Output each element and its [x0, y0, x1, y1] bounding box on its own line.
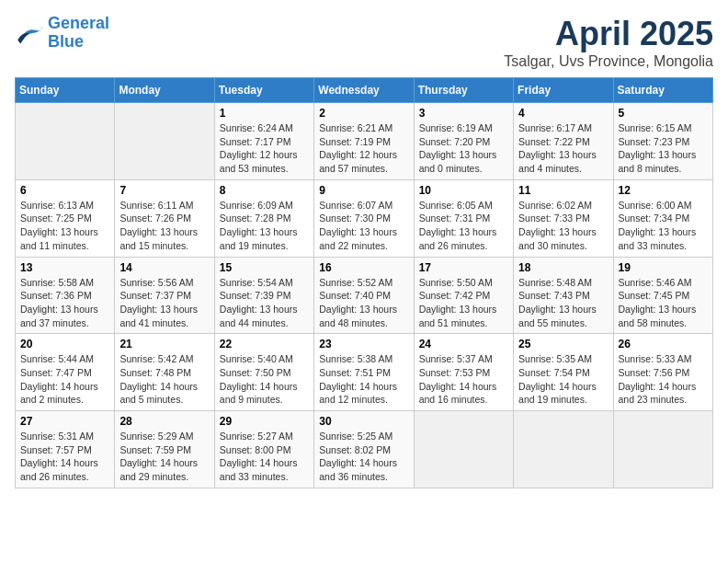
day-number: 6: [20, 184, 109, 197]
calendar-cell: 11 Sunrise: 6:02 AM Sunset: 7:33 PM Dayl…: [514, 179, 613, 257]
day-number: 17: [419, 261, 508, 274]
calendar-body: 1 Sunrise: 6:24 AM Sunset: 7:17 PM Dayli…: [16, 103, 713, 488]
day-number: 15: [220, 261, 309, 274]
day-detail: Sunrise: 5:25 AM Sunset: 8:02 PM Dayligh…: [319, 430, 408, 484]
calendar-cell: 9 Sunrise: 6:07 AM Sunset: 7:30 PM Dayli…: [314, 179, 414, 257]
calendar-week-row: 1 Sunrise: 6:24 AM Sunset: 7:17 PM Dayli…: [16, 103, 713, 180]
calendar-cell: 6 Sunrise: 6:13 AM Sunset: 7:25 PM Dayli…: [16, 179, 115, 257]
weekday-header: Sunday: [16, 78, 115, 103]
calendar-cell: [414, 411, 513, 488]
calendar-subtitle: Tsalgar, Uvs Province, Mongolia: [504, 53, 713, 70]
calendar-cell: 5 Sunrise: 6:15 AM Sunset: 7:23 PM Dayli…: [613, 103, 712, 180]
day-detail: Sunrise: 6:21 AM Sunset: 7:19 PM Dayligh…: [319, 121, 408, 176]
day-number: 16: [319, 261, 408, 274]
day-detail: Sunrise: 6:24 AM Sunset: 7:17 PM Dayligh…: [220, 121, 309, 176]
weekday-header: Thursday: [414, 78, 513, 103]
day-number: 27: [20, 415, 109, 428]
day-number: 2: [319, 107, 408, 120]
calendar-week-row: 27 Sunrise: 5:31 AM Sunset: 7:57 PM Dayl…: [16, 411, 713, 488]
calendar-cell: 27 Sunrise: 5:31 AM Sunset: 7:57 PM Dayl…: [16, 411, 115, 488]
calendar-cell: 1 Sunrise: 6:24 AM Sunset: 7:17 PM Dayli…: [214, 103, 313, 180]
day-detail: Sunrise: 5:27 AM Sunset: 8:00 PM Dayligh…: [220, 430, 309, 484]
day-number: 11: [518, 184, 608, 197]
day-number: 23: [319, 338, 408, 350]
day-detail: Sunrise: 5:46 AM Sunset: 7:45 PM Dayligh…: [619, 276, 708, 330]
calendar-title: April 2025: [504, 15, 713, 53]
calendar-cell: 2 Sunrise: 6:21 AM Sunset: 7:19 PM Dayli…: [314, 103, 414, 180]
logo-bird-icon: [15, 20, 44, 46]
calendar-cell: 15 Sunrise: 5:54 AM Sunset: 7:39 PM Dayl…: [214, 257, 313, 334]
day-detail: Sunrise: 5:56 AM Sunset: 7:37 PM Dayligh…: [119, 276, 209, 330]
weekday-header: Tuesday: [214, 78, 313, 103]
day-detail: Sunrise: 5:31 AM Sunset: 7:57 PM Dayligh…: [20, 430, 109, 484]
calendar-cell: 12 Sunrise: 6:00 AM Sunset: 7:34 PM Dayl…: [613, 179, 712, 257]
calendar-cell: 7 Sunrise: 6:11 AM Sunset: 7:26 PM Dayli…: [115, 179, 214, 257]
weekday-header: Wednesday: [314, 78, 414, 103]
day-detail: Sunrise: 6:11 AM Sunset: 7:26 PM Dayligh…: [119, 199, 209, 253]
calendar-cell: 16 Sunrise: 5:52 AM Sunset: 7:40 PM Dayl…: [314, 257, 414, 334]
day-number: 24: [419, 338, 508, 350]
calendar-cell: 22 Sunrise: 5:40 AM Sunset: 7:50 PM Dayl…: [214, 334, 313, 411]
day-number: 28: [119, 415, 209, 428]
calendar-cell: 26 Sunrise: 5:33 AM Sunset: 7:56 PM Dayl…: [613, 334, 712, 411]
calendar-cell: 30 Sunrise: 5:25 AM Sunset: 8:02 PM Dayl…: [314, 411, 414, 488]
day-number: 26: [619, 338, 708, 350]
day-detail: Sunrise: 6:13 AM Sunset: 7:25 PM Dayligh…: [20, 199, 109, 253]
title-block: April 2025 Tsalgar, Uvs Province, Mongol…: [504, 15, 713, 70]
calendar-cell: 20 Sunrise: 5:44 AM Sunset: 7:47 PM Dayl…: [16, 334, 115, 411]
day-detail: Sunrise: 6:15 AM Sunset: 7:23 PM Dayligh…: [619, 121, 708, 176]
day-detail: Sunrise: 6:07 AM Sunset: 7:30 PM Dayligh…: [319, 199, 408, 253]
calendar-cell: [16, 103, 115, 180]
day-number: 13: [20, 261, 109, 274]
day-detail: Sunrise: 6:09 AM Sunset: 7:28 PM Dayligh…: [220, 199, 309, 253]
day-detail: Sunrise: 5:52 AM Sunset: 7:40 PM Dayligh…: [319, 276, 408, 330]
day-detail: Sunrise: 5:40 AM Sunset: 7:50 PM Dayligh…: [220, 352, 309, 407]
calendar-cell: 17 Sunrise: 5:50 AM Sunset: 7:42 PM Dayl…: [414, 257, 513, 334]
day-detail: Sunrise: 5:35 AM Sunset: 7:54 PM Dayligh…: [518, 352, 608, 407]
day-number: 21: [119, 338, 209, 350]
calendar-cell: 18 Sunrise: 5:48 AM Sunset: 7:43 PM Dayl…: [514, 257, 613, 334]
day-detail: Sunrise: 5:50 AM Sunset: 7:42 PM Dayligh…: [419, 276, 508, 330]
calendar-cell: 4 Sunrise: 6:17 AM Sunset: 7:22 PM Dayli…: [514, 103, 613, 180]
day-number: 25: [518, 338, 608, 350]
calendar-cell: 3 Sunrise: 6:19 AM Sunset: 7:20 PM Dayli…: [414, 103, 513, 180]
day-number: 18: [518, 261, 608, 274]
day-detail: Sunrise: 5:58 AM Sunset: 7:36 PM Dayligh…: [20, 276, 109, 330]
day-detail: Sunrise: 6:00 AM Sunset: 7:34 PM Dayligh…: [619, 199, 708, 253]
day-number: 20: [20, 338, 109, 350]
weekday-header: Saturday: [613, 78, 712, 103]
day-detail: Sunrise: 5:44 AM Sunset: 7:47 PM Dayligh…: [20, 352, 109, 407]
day-detail: Sunrise: 6:19 AM Sunset: 7:20 PM Dayligh…: [419, 121, 508, 176]
calendar-cell: 10 Sunrise: 6:05 AM Sunset: 7:31 PM Dayl…: [414, 179, 513, 257]
calendar-table: SundayMondayTuesdayWednesdayThursdayFrid…: [15, 77, 713, 488]
day-number: 14: [119, 261, 209, 274]
day-number: 19: [619, 261, 708, 274]
day-number: 7: [119, 184, 209, 197]
day-number: 8: [220, 184, 309, 197]
calendar-cell: 23 Sunrise: 5:38 AM Sunset: 7:51 PM Dayl…: [314, 334, 414, 411]
day-detail: Sunrise: 6:02 AM Sunset: 7:33 PM Dayligh…: [518, 199, 608, 253]
calendar-cell: 29 Sunrise: 5:27 AM Sunset: 8:00 PM Dayl…: [214, 411, 313, 488]
day-detail: Sunrise: 5:38 AM Sunset: 7:51 PM Dayligh…: [319, 352, 408, 407]
day-number: 29: [220, 415, 309, 428]
day-detail: Sunrise: 5:37 AM Sunset: 7:53 PM Dayligh…: [419, 352, 508, 407]
day-number: 3: [419, 107, 508, 120]
day-detail: Sunrise: 5:29 AM Sunset: 7:59 PM Dayligh…: [119, 430, 209, 484]
calendar-week-row: 20 Sunrise: 5:44 AM Sunset: 7:47 PM Dayl…: [16, 334, 713, 411]
logo: General Blue: [15, 15, 109, 52]
calendar-cell: 28 Sunrise: 5:29 AM Sunset: 7:59 PM Dayl…: [115, 411, 214, 488]
calendar-cell: 24 Sunrise: 5:37 AM Sunset: 7:53 PM Dayl…: [414, 334, 513, 411]
calendar-cell: 21 Sunrise: 5:42 AM Sunset: 7:48 PM Dayl…: [115, 334, 214, 411]
calendar-cell: 19 Sunrise: 5:46 AM Sunset: 7:45 PM Dayl…: [613, 257, 712, 334]
calendar-header-row: SundayMondayTuesdayWednesdayThursdayFrid…: [16, 78, 713, 103]
day-detail: Sunrise: 5:42 AM Sunset: 7:48 PM Dayligh…: [119, 352, 209, 407]
day-number: 9: [319, 184, 408, 197]
calendar-cell: [514, 411, 613, 488]
weekday-header: Monday: [115, 78, 214, 103]
calendar-cell: [613, 411, 712, 488]
calendar-cell: 25 Sunrise: 5:35 AM Sunset: 7:54 PM Dayl…: [514, 334, 613, 411]
day-detail: Sunrise: 6:05 AM Sunset: 7:31 PM Dayligh…: [419, 199, 508, 253]
day-number: 22: [220, 338, 309, 350]
day-detail: Sunrise: 5:48 AM Sunset: 7:43 PM Dayligh…: [518, 276, 608, 330]
calendar-cell: 14 Sunrise: 5:56 AM Sunset: 7:37 PM Dayl…: [115, 257, 214, 334]
